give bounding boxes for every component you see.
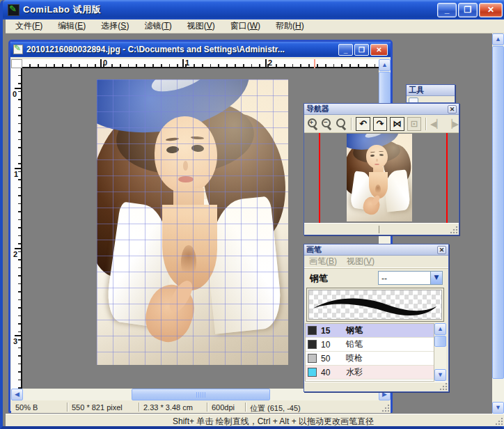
ruler-major-tick: [100, 59, 102, 67]
doc-minimize-button[interactable]: _: [338, 44, 353, 56]
minimize-button[interactable]: _: [437, 3, 457, 17]
document-icon: [13, 45, 23, 54]
menu-window[interactable]: 窗口(W): [223, 19, 267, 33]
slider-tick: [379, 226, 379, 233]
navigator-palette[interactable]: 导航器 ✕ + − ↶ ↷ ⋈ ⊡ ◀▏ ▕▶: [304, 103, 459, 235]
scroll-thumb[interactable]: [434, 336, 446, 347]
window-title: ComiLabo 试用版: [23, 3, 101, 16]
color-swatch: [308, 368, 317, 377]
navigator-toolbar: + − ↶ ↷ ⋈ ⊡ ◀▏ ▕▶: [304, 115, 459, 133]
navigator-view[interactable]: [304, 133, 459, 223]
flip-horizontal-icon[interactable]: ⋈: [390, 117, 404, 131]
zoom-in-icon[interactable]: +: [307, 118, 318, 130]
tool-button-partial[interactable]: [409, 98, 418, 103]
main-titlebar[interactable]: ComiLabo 试用版 _ ❐ ✕: [3, 0, 504, 20]
scroll-up-button[interactable]: ▲: [379, 59, 391, 71]
main-vertical-scrollbar[interactable]: ▲ ▼: [492, 33, 504, 414]
brush-palette[interactable]: 画笔 ✕ 画笔(B) 视图(V) 钢笔 -- ▼: [304, 244, 449, 392]
chevron-down-icon[interactable]: ▼: [430, 272, 442, 284]
close-button[interactable]: ✕: [479, 3, 503, 17]
ruler-corner-box[interactable]: [11, 59, 22, 68]
brush-list-scrollbar[interactable]: ▲ ▼: [434, 323, 446, 382]
scroll-up-button[interactable]: ▲: [434, 323, 446, 335]
menu-help[interactable]: 帮助(H): [269, 19, 311, 33]
app-logo-icon: [8, 4, 19, 16]
toolbar-separator: [425, 118, 426, 130]
scroll-thumb[interactable]: [492, 46, 504, 379]
toolbar-separator: [351, 118, 352, 130]
brush-list-item[interactable]: 50 喷枪: [306, 352, 434, 366]
brush-stroke-curve: [309, 290, 441, 319]
navigator-thumbnail[interactable]: [347, 134, 412, 221]
doc-maximize-button[interactable]: ❐: [354, 44, 369, 56]
resize-grip[interactable]: [495, 417, 503, 426]
ruler-horizontal[interactable]: 0 1 2: [22, 59, 379, 68]
brush-size: 40: [321, 368, 339, 377]
scroll-down-button[interactable]: ▼: [434, 369, 446, 381]
main-window: ComiLabo 试用版 _ ❐ ✕ 文件(F) 编辑(E) 选择(S) 滤镜(…: [0, 0, 504, 429]
tools-palette-body: [407, 96, 455, 103]
document-title: 20101216080032894.jpg - C:\Documents and…: [26, 45, 285, 54]
brush-menu-bar: 画笔(B) 视图(V): [304, 256, 448, 268]
status-size-px: 550 * 821 pixel: [72, 403, 123, 412]
color-swatch: [308, 354, 317, 363]
tools-palette[interactable]: 工具: [406, 84, 455, 103]
previous-icon[interactable]: ◀▏: [430, 117, 443, 131]
menu-select[interactable]: 选择(S): [94, 19, 136, 33]
brush-titlebar[interactable]: 画笔 ✕: [304, 244, 448, 256]
photo-image[interactable]: [97, 79, 288, 365]
ruler-label: 1: [185, 59, 189, 67]
brush-menu-view[interactable]: 视图(V): [347, 256, 375, 267]
scroll-left-button[interactable]: ◀: [11, 389, 23, 400]
resize-grip[interactable]: [381, 404, 390, 412]
status-dpi: 600dpi: [212, 403, 235, 412]
menu-filter[interactable]: 滤镜(T): [137, 19, 178, 33]
navigator-close-icon[interactable]: ✕: [448, 105, 457, 114]
brush-list: 15 钢笔 10 铅笔 50 喷枪 40 水彩: [305, 323, 434, 382]
ruler-label: 3: [13, 338, 17, 345]
menu-view[interactable]: 视图(V): [180, 19, 222, 33]
brush-list-item[interactable]: 40 水彩: [306, 366, 434, 380]
navigator-title: 导航器: [306, 104, 329, 114]
guide-marker: [314, 59, 315, 68]
rotate-left-icon[interactable]: ↶: [356, 117, 370, 131]
brush-list-item[interactable]: 10 铅笔: [306, 338, 434, 352]
navigator-guide-left: [319, 133, 320, 223]
brush-close-icon[interactable]: ✕: [437, 246, 446, 254]
navigator-guide-right: [446, 133, 448, 223]
next-icon[interactable]: ▕▶: [446, 117, 459, 131]
brush-name: 钢笔: [346, 325, 363, 336]
color-swatch: [308, 340, 317, 349]
brush-list-item[interactable]: 15 钢笔: [306, 324, 434, 338]
zoom-icon[interactable]: [336, 118, 347, 130]
ruler-label: 1: [14, 171, 18, 178]
status-zoom: 50% B: [15, 403, 38, 412]
brush-palette-footer: [304, 382, 448, 391]
doc-close-button[interactable]: ✕: [370, 44, 388, 56]
ruler-major-tick: [15, 248, 22, 249]
scroll-down-button[interactable]: ▼: [492, 402, 504, 414]
tools-palette-titlebar[interactable]: 工具: [407, 85, 455, 96]
scroll-thumb[interactable]: [132, 389, 270, 400]
ruler-label: 0: [13, 91, 17, 98]
rotate-reset-icon[interactable]: ⊡: [407, 117, 421, 131]
resize-grip[interactable]: [450, 226, 458, 234]
resize-grip[interactable]: [439, 382, 448, 391]
menu-edit[interactable]: 编辑(E): [51, 19, 93, 33]
navigator-zoom-slider[interactable]: [304, 223, 459, 235]
menu-file[interactable]: 文件(F): [8, 19, 49, 33]
ruler-minor-ticks: [22, 64, 379, 67]
document-titlebar[interactable]: 20101216080032894.jpg - C:\Documents and…: [10, 42, 391, 57]
brush-menu-brush[interactable]: 画笔(B): [309, 256, 337, 267]
brush-name: 水彩: [346, 366, 363, 378]
maximize-button[interactable]: ❐: [458, 3, 478, 17]
status-size-cm: 2.33 * 3.48 cm: [143, 403, 193, 412]
document-status-bar: 50% B 550 * 821 pixel 2.33 * 3.48 cm 600…: [11, 402, 391, 413]
ruler-vertical[interactable]: 0 1 2 3: [11, 68, 22, 389]
scroll-up-button[interactable]: ▲: [492, 33, 504, 45]
navigator-titlebar[interactable]: 导航器 ✕: [304, 104, 459, 115]
brush-preset-dropdown[interactable]: -- ▼: [378, 271, 443, 285]
mdi-client-area: 20101216080032894.jpg - C:\Documents and…: [6, 33, 492, 414]
zoom-out-icon[interactable]: −: [321, 118, 332, 130]
rotate-right-icon[interactable]: ↷: [373, 117, 387, 131]
